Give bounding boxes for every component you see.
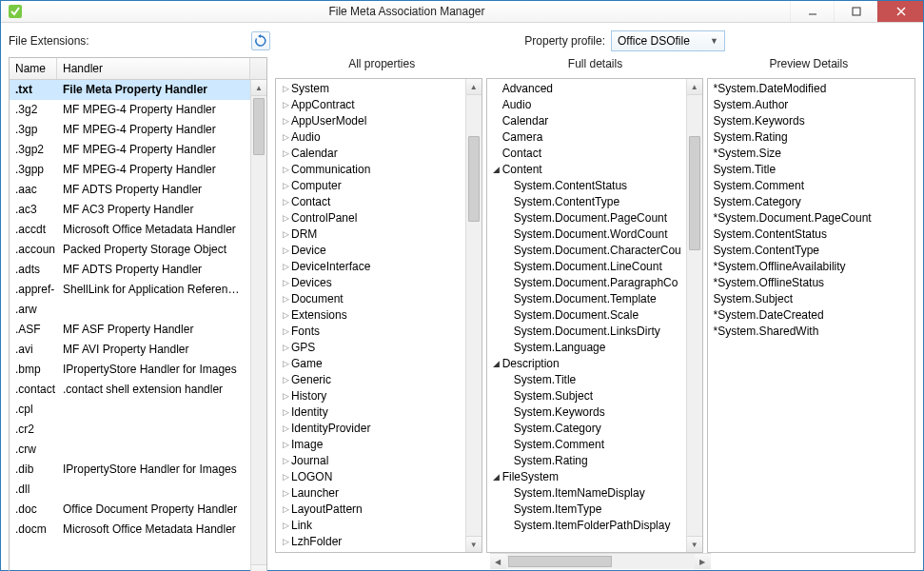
preview-item[interactable]: System.Rating (714, 129, 909, 146)
preview-item[interactable]: *System.SharedWith (714, 324, 909, 340)
tree-item[interactable]: ▷History (276, 388, 465, 404)
extension-row[interactable]: .txtFile Meta Property Handler (10, 80, 250, 100)
tree-item-child[interactable]: System.Document.WordCount (487, 226, 686, 243)
scroll-thumb[interactable] (689, 136, 700, 250)
expand-icon[interactable]: ▷ (280, 81, 291, 97)
expand-icon[interactable]: ▷ (280, 534, 291, 550)
expand-icon[interactable]: ▷ (280, 162, 291, 178)
extension-row[interactable]: .accounPacked Property Storage Object (10, 240, 250, 260)
preview-item[interactable]: *System.Document.PageCount (714, 210, 909, 226)
vertical-scrollbar[interactable]: ▲ ▼ (250, 80, 266, 571)
tree-item-child[interactable]: System.ContentType (487, 194, 686, 210)
tree-item[interactable]: ▷Identity (276, 404, 465, 421)
expand-icon[interactable]: ▷ (280, 404, 291, 421)
expand-icon[interactable]: ▷ (280, 307, 291, 324)
preview-item[interactable]: System.Keywords (714, 113, 909, 129)
maximize-button[interactable] (834, 1, 877, 22)
tree-item-child[interactable]: System.Title (487, 372, 686, 388)
tree-item[interactable]: ▷AppContract (276, 97, 465, 113)
scroll-thumb[interactable] (253, 98, 265, 155)
tree-item-child[interactable]: System.Document.PageCount (487, 210, 686, 226)
column-handler[interactable]: Handler (57, 58, 250, 79)
preview-item[interactable]: *System.DateCreated (714, 307, 909, 324)
tree-item-child[interactable]: System.Keywords (487, 404, 686, 421)
preview-item[interactable]: System.Title (714, 162, 909, 178)
tree-item-child[interactable]: System.Category (487, 421, 686, 437)
expand-icon[interactable]: ▷ (280, 97, 291, 113)
extension-row[interactable]: .ASFMF ASF Property Handler (10, 320, 250, 340)
expand-icon[interactable]: ▷ (280, 372, 291, 388)
tree-item[interactable]: Advanced (487, 81, 686, 97)
expand-icon[interactable]: ▷ (280, 291, 291, 307)
expand-icon[interactable]: ▷ (280, 469, 291, 485)
scroll-up-arrow-icon[interactable]: ▲ (251, 80, 266, 96)
extension-row[interactable]: .adtsMF ADTS Property Handler (10, 260, 250, 280)
tree-item-child[interactable]: System.Subject (487, 388, 686, 404)
expand-icon[interactable]: ▷ (280, 324, 291, 340)
tree-item[interactable]: ▷Journal (276, 453, 465, 469)
scroll-thumb-h[interactable] (508, 556, 612, 567)
extension-row[interactable]: .arw (10, 300, 250, 320)
tree-item[interactable]: ▷AppUserModel (276, 113, 465, 129)
tree-item[interactable]: ◢Description (487, 356, 686, 372)
extension-row[interactable]: .appref-ShellLink for Application Refere… (10, 280, 250, 300)
extension-row[interactable]: .ac3MF AC3 Property Handler (10, 200, 250, 220)
expand-icon[interactable]: ◢ (491, 162, 502, 178)
column-name[interactable]: Name (10, 58, 57, 79)
extension-row[interactable]: .3gp2MF MPEG-4 Property Handler (10, 140, 250, 160)
tree-item[interactable]: ▷Extensions (276, 307, 465, 324)
expand-icon[interactable]: ▷ (280, 485, 291, 502)
tree-item[interactable]: ▷Devices (276, 275, 465, 291)
expand-icon[interactable]: ▷ (280, 356, 291, 372)
preview-item[interactable]: *System.OfflineAvailability (714, 259, 909, 275)
tree-item-child[interactable]: System.Rating (487, 453, 686, 469)
tree-item[interactable]: ▷DRM (276, 226, 465, 243)
extension-row[interactable]: .3g2MF MPEG-4 Property Handler (10, 100, 250, 120)
extension-row[interactable]: .dll (10, 480, 250, 500)
tree-item[interactable]: Contact (487, 146, 686, 162)
tree-item[interactable]: ▷Game (276, 356, 465, 372)
tree-item-child[interactable]: System.Document.Template (487, 291, 686, 307)
tree-item-child[interactable]: System.ItemType (487, 502, 686, 518)
expand-icon[interactable]: ▷ (280, 340, 291, 356)
extension-row[interactable]: .aviMF AVI Property Handler (10, 340, 250, 360)
extension-row[interactable]: .crw (10, 440, 250, 460)
extension-row[interactable]: .dibIPropertyStore Handler for Images (10, 460, 250, 480)
expand-icon[interactable]: ▷ (280, 275, 291, 291)
preview-item[interactable]: *System.OfflineStatus (714, 275, 909, 291)
preview-item[interactable]: System.ContentType (714, 243, 909, 259)
preview-details-list[interactable]: *System.DateModifiedSystem.AuthorSystem.… (714, 81, 909, 340)
extension-row[interactable]: .bmpIPropertyStore Handler for Images (10, 360, 250, 380)
extensions-list[interactable]: .txtFile Meta Property Handler.3g2MF MPE… (10, 80, 250, 571)
expand-icon[interactable]: ▷ (280, 243, 291, 259)
expand-icon[interactable]: ▷ (280, 178, 291, 194)
tree-item[interactable]: ◢Content (487, 162, 686, 178)
tree-item[interactable]: ▷GPS (276, 340, 465, 356)
tree-item[interactable]: ▷LayoutPattern (276, 502, 465, 518)
expand-icon[interactable]: ▷ (280, 421, 291, 437)
scroll-down-arrow-icon[interactable]: ▼ (251, 564, 266, 571)
extension-row[interactable]: .contact.contact shell extension handler (10, 380, 250, 400)
tree-item[interactable]: ▷Computer (276, 178, 465, 194)
scroll-up-arrow-icon[interactable]: ▲ (687, 79, 702, 95)
expand-icon[interactable]: ▷ (280, 437, 291, 453)
tree-item[interactable]: ▷ControlPanel (276, 210, 465, 226)
expand-icon[interactable]: ▷ (280, 226, 291, 243)
tree-item[interactable]: Camera (487, 129, 686, 146)
tree-item[interactable]: Calendar (487, 113, 686, 129)
tree-item[interactable]: ▷Launcher (276, 485, 465, 502)
extension-row[interactable]: .accdtMicrosoft Office Metadata Handler (10, 220, 250, 240)
close-button[interactable] (877, 1, 923, 22)
expand-icon[interactable]: ▷ (280, 194, 291, 210)
tree-item[interactable]: ▷Contact (276, 194, 465, 210)
scroll-right-arrow-icon[interactable]: ▶ (695, 554, 711, 569)
tree-item-child[interactable]: System.Comment (487, 437, 686, 453)
property-profile-select[interactable]: Office DSOfile ▼ (611, 30, 725, 51)
tree-item[interactable]: ▷Document (276, 291, 465, 307)
preview-item[interactable]: System.Category (714, 194, 909, 210)
preview-item[interactable]: System.Subject (714, 291, 909, 307)
tree-item[interactable]: ▷LzhFolder (276, 534, 465, 550)
preview-item[interactable]: *System.DateModified (714, 81, 909, 97)
extension-row[interactable]: .docOffice Document Property Handler (10, 500, 250, 520)
refresh-button[interactable] (251, 31, 270, 50)
